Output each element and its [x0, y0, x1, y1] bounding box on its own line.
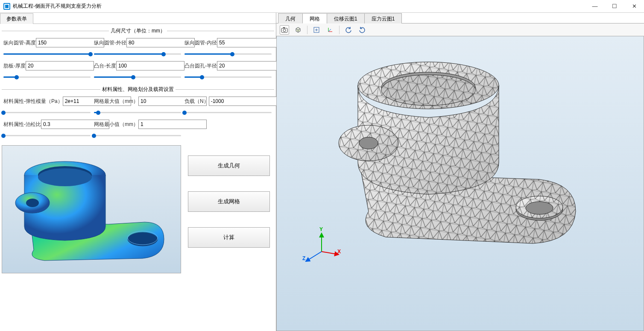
param-label: 网格最大值（mm）: [94, 98, 138, 105]
svg-point-8: [283, 29, 286, 32]
parameter-panel: 参数表单 几何尺寸（单位：mm） 纵向圆管-高度纵向圆管-外径纵向圆管-内径肋板…: [0, 13, 276, 331]
param-input[interactable]: [209, 97, 277, 106]
svg-line-25: [306, 252, 322, 261]
viewport-tabs: 几何网格位移云图1应力云图1: [276, 13, 644, 23]
tab-stress[interactable]: 应力云图1: [364, 13, 402, 23]
svg-point-22: [526, 202, 553, 214]
tab-mesh[interactable]: 网格: [302, 13, 327, 23]
param-input[interactable]: [116, 61, 184, 70]
viewport-panel: 几何网格位移云图1应力云图1: [276, 13, 644, 331]
param-label: 肋板-厚度: [3, 62, 26, 70]
svg-point-4: [26, 199, 39, 207]
app-logo-icon: [3, 3, 10, 10]
param-input[interactable]: [217, 38, 285, 47]
param-input[interactable]: [138, 120, 207, 129]
title-bar: 机械工程-侧面开孔不规则支座受力分析 — ☐ ✕: [0, 0, 644, 13]
close-button[interactable]: ✕: [624, 0, 644, 13]
svg-point-15: [381, 75, 475, 105]
orientation-triad: Y X Z: [302, 228, 341, 267]
tab-disp[interactable]: 位移云图1: [327, 13, 365, 23]
param-label: 凸台圆孔-半径: [184, 62, 217, 70]
axis-x-label: X: [337, 249, 341, 255]
camera-icon[interactable]: [280, 25, 289, 35]
axis-y-label: Y: [319, 226, 323, 232]
param-label: 负载（N）: [184, 98, 209, 105]
minimize-button[interactable]: —: [585, 0, 605, 13]
param-slider[interactable]: [3, 73, 91, 81]
svg-line-24: [322, 252, 339, 255]
param-label: 材料属性-泊松比: [3, 121, 41, 128]
cube-icon[interactable]: [293, 25, 303, 35]
compute-button[interactable]: 计算: [188, 227, 270, 248]
axis-z-label: Z: [302, 255, 305, 261]
generate-mesh-button[interactable]: 生成网格: [188, 191, 270, 212]
param-slider[interactable]: [3, 108, 91, 116]
viewport-toolbar: [276, 23, 644, 36]
param-input[interactable]: [26, 61, 94, 70]
param-slider[interactable]: [184, 108, 272, 116]
param-label: 纵向圆管-高度: [3, 39, 36, 47]
param-slider[interactable]: [3, 132, 91, 139]
param-slider[interactable]: [94, 108, 181, 116]
param-label: 网格最小值（mm）: [94, 121, 138, 128]
param-slider[interactable]: [94, 50, 181, 58]
section-title-geometry: 几何尺寸（单位：mm）: [109, 27, 167, 35]
param-label: 材料属性-弹性模量（Pa）: [3, 98, 63, 105]
param-slider[interactable]: [184, 50, 272, 58]
param-slider[interactable]: [3, 50, 91, 58]
mesh-viewport[interactable]: Y X Z: [276, 36, 644, 331]
fit-view-icon[interactable]: [312, 25, 321, 35]
result-preview-pane: [2, 145, 181, 273]
param-label: 凸台-长度: [94, 62, 116, 70]
window-title: 机械工程-侧面开孔不规则支座受力分析: [13, 3, 102, 10]
param-slider[interactable]: [94, 132, 181, 139]
param-label: 纵向圆管-内径: [184, 39, 217, 47]
param-input[interactable]: [217, 61, 285, 70]
tab-geom[interactable]: 几何: [278, 13, 303, 23]
rotate-cw-icon[interactable]: [357, 25, 367, 35]
svg-point-2: [38, 168, 92, 186]
svg-point-18: [359, 137, 378, 149]
section-title-material: 材料属性、网格划分及载荷设置: [100, 86, 176, 93]
param-label: 纵向圆管-外径: [94, 39, 126, 47]
rotate-ccw-icon[interactable]: [344, 25, 353, 35]
parameter-tab[interactable]: 参数表单: [0, 13, 33, 24]
param-slider[interactable]: [184, 73, 272, 81]
svg-rect-9: [283, 27, 285, 28]
param-slider[interactable]: [94, 73, 181, 81]
maximize-button[interactable]: ☐: [605, 0, 624, 13]
generate-geometry-button[interactable]: 生成几何: [188, 155, 270, 176]
axes-icon[interactable]: [325, 25, 335, 35]
svg-point-5: [128, 232, 158, 246]
